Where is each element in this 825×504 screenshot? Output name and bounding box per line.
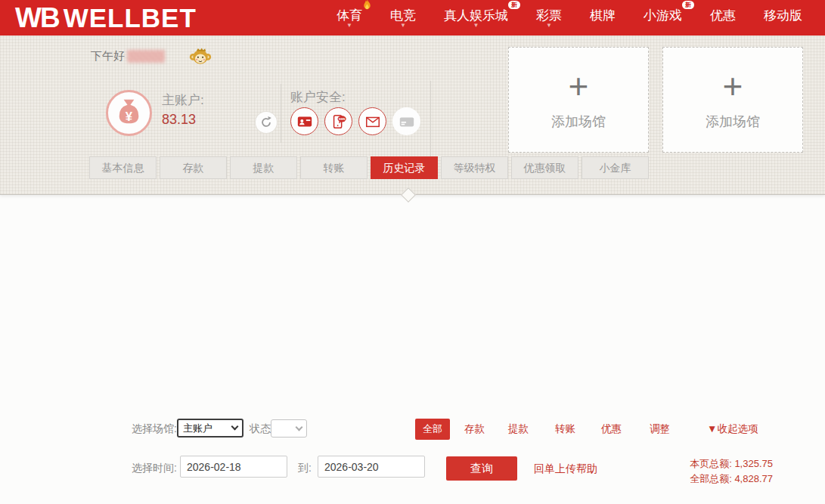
all-total-label: 全部总额: — [690, 473, 732, 484]
date-from-input[interactable] — [180, 456, 287, 478]
username-redacted — [127, 50, 165, 63]
type-filter-adjust[interactable]: 调整 — [650, 422, 670, 436]
plus-icon: + — [723, 69, 743, 104]
add-venue-panel-2[interactable]: + 添加场馆 — [662, 47, 803, 153]
nav-label: 移动版 — [764, 7, 802, 24]
collapse-options-link[interactable]: ▼收起选项 — [707, 422, 758, 436]
status-select[interactable] — [271, 419, 307, 438]
refresh-icon[interactable] — [256, 112, 277, 133]
main-account-label: 主账户: — [162, 91, 204, 109]
nav-label: 小游戏 — [644, 7, 682, 24]
tab-level-privileges[interactable]: 等级特权 — [441, 156, 508, 179]
email-icon[interactable] — [358, 107, 386, 135]
collapse-options-label: 收起选项 — [717, 423, 758, 434]
new-badge: 新 — [682, 1, 694, 9]
page-total-label: 本页总额: — [690, 458, 732, 469]
tab-vault[interactable]: 小金库 — [582, 156, 649, 179]
page-total: 本页总额: 1,325.75 — [690, 456, 773, 472]
tab-history[interactable]: 历史记录 — [371, 156, 438, 179]
tab-withdraw[interactable]: 提款 — [230, 156, 297, 179]
venue-select[interactable]: 主账户 — [177, 419, 243, 438]
type-filter-withdraw[interactable]: 提款 — [508, 422, 529, 436]
date-to-input[interactable] — [318, 456, 425, 478]
chevron-down-icon: ▼ — [546, 22, 552, 29]
type-filter-promo[interactable]: 优惠 — [601, 422, 622, 436]
account-tabs: 基本信息 存款 提款 转账 历史记录 等级特权 优惠领取 小金库 — [89, 156, 649, 179]
monkey-avatar — [189, 46, 212, 66]
main-nav: 体育 ▼ 电竞 ▼ 真人娱乐城 新 ▼ 彩票 ▼ 棋牌 — [337, 0, 825, 36]
chevron-down-icon: ▼ — [473, 22, 479, 29]
type-filter-all[interactable]: 全部 — [415, 419, 450, 440]
nav-item-lottery[interactable]: 彩票 ▼ — [536, 0, 562, 36]
svg-text:¥: ¥ — [126, 110, 133, 124]
tab-basic-info[interactable]: 基本信息 — [89, 156, 157, 179]
triangle-down-icon: ▼ — [707, 423, 717, 434]
nav-item-promotions[interactable]: 优惠 — [710, 0, 736, 36]
nav-label: 棋牌 — [590, 7, 616, 24]
account-security-label: 账户安全: — [290, 88, 346, 106]
chevron-down-icon — [296, 423, 303, 431]
greeting-text: 下午好 — [91, 49, 125, 63]
type-filter-deposit[interactable]: 存款 — [464, 422, 485, 436]
new-badge: 新 — [508, 1, 520, 9]
id-card-icon[interactable] — [290, 107, 318, 135]
divider — [281, 84, 281, 143]
flame-icon — [362, 0, 372, 16]
top-navbar: WB WELLBET 体育 ▼ 电竞 ▼ 真人娱乐城 新 ▼ 彩票 — [0, 0, 825, 36]
chevron-down-icon: ▼ — [346, 22, 352, 29]
receipt-upload-help-link[interactable]: 回单上传帮助 — [534, 462, 597, 476]
venue-select-value: 主账户 — [183, 422, 212, 435]
greeting: 下午好 — [91, 46, 212, 66]
nav-item-mobile[interactable]: 移动版 — [764, 0, 802, 36]
tab-deposit[interactable]: 存款 — [160, 156, 227, 179]
svg-text:SMS: SMS — [338, 116, 345, 120]
security-icons: SMS — [290, 107, 420, 135]
nav-item-esports[interactable]: 电竞 ▼ — [390, 0, 416, 36]
logo-text: WELLBET — [64, 3, 197, 33]
add-venue-label: 添加场馆 — [706, 113, 760, 131]
page: WB WELLBET 体育 ▼ 电竞 ▼ 真人娱乐城 新 ▼ 彩票 — [0, 0, 825, 504]
plus-icon: + — [569, 69, 589, 104]
sms-phone-icon[interactable]: SMS — [324, 107, 352, 135]
nav-item-live-casino[interactable]: 真人娱乐城 新 ▼ — [444, 0, 508, 36]
time-filter-label: 选择时间: — [132, 462, 177, 475]
totals: 本页总额: 1,325.75 全部总额: 4,828.77 — [690, 456, 773, 487]
type-filter-transfer[interactable]: 转账 — [555, 422, 575, 436]
nav-item-mini-games[interactable]: 小游戏 新 — [644, 0, 682, 36]
logo[interactable]: WB WELLBET — [15, 2, 197, 34]
query-button[interactable]: 查询 — [446, 456, 517, 481]
chevron-down-icon — [231, 423, 239, 431]
balance-value: 83.13 — [162, 112, 196, 128]
logo-mark: WB — [15, 2, 59, 34]
account-panel: 下午好 ¥ 主账户: — [0, 36, 825, 195]
page-total-value: 1,325.75 — [734, 458, 773, 469]
chevron-down-icon: ▼ — [400, 22, 406, 29]
nav-item-board-games[interactable]: 棋牌 — [590, 0, 616, 36]
add-venue-label: 添加场馆 — [551, 113, 606, 131]
to-label: 到: — [298, 462, 312, 475]
nav-label: 优惠 — [710, 7, 736, 24]
all-total-value: 4,828.77 — [734, 473, 773, 484]
money-bag-icon: ¥ — [105, 89, 153, 140]
tab-transfer[interactable]: 转账 — [300, 156, 368, 179]
tab-promo-claim[interactable]: 优惠领取 — [511, 156, 578, 179]
bank-card-icon[interactable] — [392, 107, 420, 135]
venue-filter-label: 选择场馆: — [132, 422, 177, 436]
all-total: 全部总额: 4,828.77 — [690, 472, 773, 487]
history-content: 选择场馆: 主账户 状态: 全部 存款 提款 转账 优惠 调整 ▼收起选项 选择… — [0, 195, 825, 504]
nav-item-sports[interactable]: 体育 ▼ — [337, 0, 362, 36]
add-venue-panel-1[interactable]: + 添加场馆 — [508, 47, 649, 153]
